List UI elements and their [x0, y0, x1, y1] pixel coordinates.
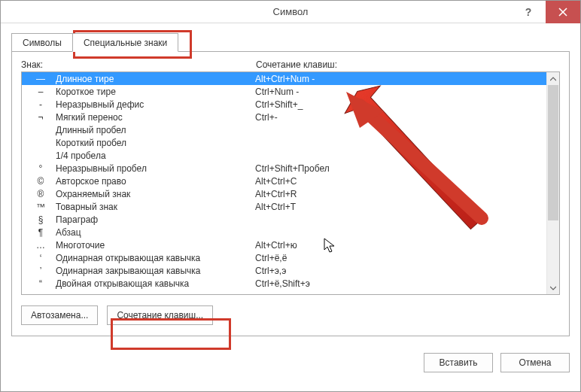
scroll-track[interactable] [547, 85, 560, 281]
autocorrect-button[interactable]: Автозамена... [21, 305, 98, 325]
symbol-name: Длинный пробел [56, 125, 255, 135]
window-title: Символ [273, 6, 309, 17]
symbol-name: Двойная открывающая кавычка [56, 278, 255, 289]
symbol-glyph: § [26, 214, 56, 225]
symbol-glyph: © [26, 176, 56, 187]
symbol-name: Абзац [56, 227, 255, 238]
symbol-shortcut: Alt+Ctrl+R [255, 189, 546, 199]
list-item[interactable]: §Параграф [22, 213, 546, 226]
insert-button[interactable]: Вставить [424, 353, 493, 372]
symbol-shortcut: Ctrl+- [255, 112, 546, 123]
symbol-glyph: ™ [26, 202, 56, 212]
symbol-shortcut: Ctrl+ё,Shift+э [255, 278, 546, 289]
tab-strip: Символы Специальные знаки [11, 31, 570, 52]
list-item[interactable]: —Длинное тиреAlt+Ctrl+Num - [22, 72, 546, 85]
symbol-name: Многоточие [56, 240, 255, 251]
symbol-glyph: ¶ [26, 227, 56, 238]
list-item[interactable]: Короткий пробел [22, 136, 546, 149]
symbol-name: Охраняемый знак [56, 189, 255, 199]
symbol-shortcut: Ctrl+ё,ё [255, 253, 546, 263]
scroll-up-button[interactable] [547, 72, 560, 85]
header-sign: Знак: [21, 59, 256, 70]
symbol-name: Одинарная открывающая кавычка [56, 253, 255, 263]
tab-panel: Знак: Сочетание клавиш: —Длинное тиреAlt… [11, 51, 570, 336]
list-item[interactable]: °Неразрывный пробелCtrl+Shift+Пробел [22, 162, 546, 175]
symbol-shortcut: Ctrl+э,э [255, 266, 546, 276]
symbol-name: Короткое тире [56, 87, 255, 97]
symbol-name: Неразрывный дефис [56, 99, 255, 110]
list-item[interactable]: –Короткое тиреCtrl+Num - [22, 85, 546, 98]
symbol-glyph: “ [26, 278, 56, 289]
list-item[interactable]: ¬Мягкий переносCtrl+- [22, 111, 546, 123]
symbol-glyph: — [26, 74, 56, 84]
symbol-name: Мягкий перенос [56, 112, 255, 123]
list-item[interactable]: -Неразрывный дефисCtrl+Shift+_ [22, 98, 546, 111]
symbol-glyph: ® [26, 189, 56, 199]
symbol-name: Товарный знак [56, 202, 255, 212]
symbol-shortcut: Alt+Ctrl+Num - [255, 74, 546, 84]
scroll-thumb[interactable] [548, 85, 558, 220]
close-button[interactable] [546, 1, 580, 23]
symbol-name: Неразрывный пробел [56, 163, 255, 174]
list-item[interactable]: “Двойная открывающая кавычкаCtrl+ё,Shift… [22, 277, 546, 290]
symbol-glyph: – [26, 87, 56, 97]
title-bar: Символ ? [1, 1, 580, 23]
list-item[interactable]: ®Охраняемый знакAlt+Ctrl+R [22, 187, 546, 200]
shortcut-key-button[interactable]: Сочетание клавиш... [107, 305, 213, 325]
symbol-shortcut: Ctrl+Num - [255, 87, 546, 97]
symbol-glyph: ‘ [26, 253, 56, 263]
dialog-footer: Вставить Отмена [1, 345, 580, 383]
special-chars-listbox[interactable]: —Длинное тиреAlt+Ctrl+Num -–Короткое тир… [21, 71, 560, 295]
list-item[interactable]: ‘Одинарная открывающая кавычкаCtrl+ё,ё [22, 251, 546, 264]
symbol-shortcut: Alt+Ctrl+T [255, 202, 546, 212]
header-shortcut: Сочетание клавиш: [256, 59, 560, 70]
scroll-down-button[interactable] [547, 281, 560, 294]
tab-special-chars[interactable]: Специальные знаки [72, 33, 178, 52]
symbol-name: Одинарная закрывающая кавычка [56, 266, 255, 276]
cancel-button[interactable]: Отмена [500, 353, 570, 372]
tab-symbols[interactable]: Символы [11, 33, 73, 52]
chevron-up-icon [550, 77, 556, 81]
symbol-glyph: - [26, 99, 56, 110]
scrollbar[interactable] [546, 72, 559, 294]
symbol-glyph: ° [26, 163, 56, 174]
symbol-name: Короткий пробел [56, 138, 255, 148]
symbol-shortcut: Alt+Ctrl+C [255, 176, 546, 187]
symbol-name: Длинное тире [56, 74, 255, 84]
symbol-shortcut: Ctrl+Shift+Пробел [255, 163, 546, 174]
help-button[interactable]: ? [511, 1, 546, 23]
list-header: Знак: Сочетание клавиш: [21, 59, 560, 70]
window-controls: ? [511, 1, 580, 23]
symbol-name: Авторское право [56, 176, 255, 187]
chevron-down-icon [550, 286, 556, 290]
symbol-glyph: ’ [26, 266, 56, 276]
list-item[interactable]: ™Товарный знакAlt+Ctrl+T [22, 200, 546, 213]
close-icon [558, 8, 567, 17]
symbol-shortcut: Alt+Ctrl+ю [255, 240, 546, 251]
list-item[interactable]: ’Одинарная закрывающая кавычкаCtrl+э,э [22, 264, 546, 277]
list-item[interactable]: ©Авторское правоAlt+Ctrl+C [22, 175, 546, 187]
list-item[interactable]: ¶Абзац [22, 226, 546, 239]
symbol-glyph: ¬ [26, 112, 56, 123]
list-item[interactable]: Длинный пробел [22, 123, 546, 136]
panel-button-row: Автозамена... Сочетание клавиш... [21, 305, 560, 325]
list-item[interactable]: …МноготочиеAlt+Ctrl+ю [22, 239, 546, 251]
symbol-name: Параграф [56, 214, 255, 225]
list-rows: —Длинное тиреAlt+Ctrl+Num -–Короткое тир… [22, 72, 546, 294]
list-item[interactable]: 1/4 пробела [22, 149, 546, 162]
symbol-name: 1/4 пробела [56, 150, 255, 161]
dialog-body: Символы Специальные знаки Знак: Сочетани… [1, 23, 580, 345]
symbol-shortcut: Ctrl+Shift+_ [255, 99, 546, 110]
symbol-glyph: … [26, 240, 56, 251]
